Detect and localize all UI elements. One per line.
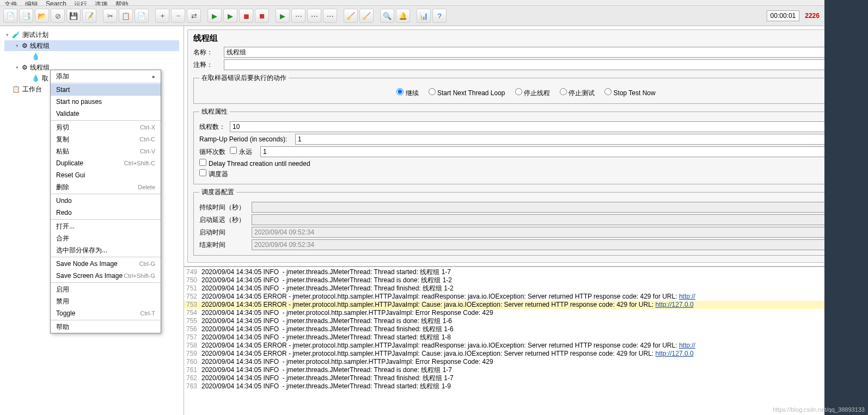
- tree-testplan[interactable]: 测试计划: [22, 30, 48, 40]
- expand-icon[interactable]: ＋: [155, 9, 169, 23]
- gear-icon: ⚙: [22, 42, 28, 49]
- tree-sampler2[interactable]: 取: [42, 74, 48, 83]
- log-link[interactable]: http://: [679, 293, 695, 300]
- ctx-save-node-image[interactable]: Save Node As ImageCtrl-G: [51, 258, 161, 270]
- ctx-reset-gui[interactable]: Reset Gui: [51, 169, 161, 181]
- log-console[interactable]: 7492020/09/04 14:34:05 INFO - jmeter.thr…: [184, 266, 868, 415]
- remote-stop-all-icon[interactable]: ⋯: [323, 9, 337, 23]
- remote-start-icon[interactable]: ▶: [276, 9, 290, 23]
- tree-threadgroup2[interactable]: 线程组: [30, 63, 50, 72]
- copy-icon[interactable]: 📋: [119, 9, 133, 23]
- ctx-enable[interactable]: 启用: [51, 283, 161, 295]
- log-line: 7632020/09/04 14:34:05 INFO - jmeter.thr…: [184, 382, 868, 391]
- threads-input[interactable]: [230, 121, 853, 132]
- open-icon[interactable]: 📂: [35, 9, 49, 23]
- right-dark-panel: [824, 0, 868, 415]
- ctx-merge[interactable]: 合并: [51, 232, 161, 244]
- log-link[interactable]: http://127.0.0: [656, 350, 694, 357]
- menu-item[interactable]: Search: [46, 0, 66, 5]
- ctx-disable[interactable]: 禁用: [51, 295, 161, 307]
- ctx-cut[interactable]: 剪切Ctrl-X: [51, 121, 161, 133]
- ctx-start-no-pauses[interactable]: Start no pauses: [51, 96, 161, 108]
- threads-label: 线程数：: [199, 122, 227, 132]
- close-icon[interactable]: ⊘: [51, 9, 65, 23]
- log-link[interactable]: http://127.0.0: [656, 301, 694, 308]
- radio-stop-test[interactable]: 停止测试: [560, 88, 595, 98]
- ctx-help[interactable]: 帮助: [51, 321, 161, 333]
- ctx-validate[interactable]: Validate: [51, 108, 161, 120]
- save-icon[interactable]: 💾: [66, 9, 81, 23]
- new-icon[interactable]: 📄: [3, 9, 17, 23]
- menu-item[interactable]: 编辑: [25, 0, 38, 5]
- loop-label: 循环次数: [199, 147, 227, 157]
- radio-continue[interactable]: 继续: [396, 88, 418, 98]
- log-line: 7622020/09/04 14:34:05 INFO - jmeter.thr…: [184, 374, 868, 382]
- endtime-input: [252, 239, 853, 250]
- clear-icon[interactable]: 🧹: [344, 9, 358, 23]
- ctx-redo[interactable]: Redo: [51, 207, 161, 219]
- ctx-save-screen-image[interactable]: Save Screen As ImageCtrl+Shift-G: [51, 270, 161, 282]
- help-icon[interactable]: ?: [432, 9, 447, 23]
- collapse-icon[interactable]: －: [171, 9, 185, 23]
- log-line: 7522020/09/04 14:34:05 ERROR - jmeter.pr…: [184, 293, 868, 301]
- menu-item[interactable]: 运行: [74, 0, 87, 5]
- starttime-input: [252, 227, 853, 238]
- saveas-icon[interactable]: 📝: [82, 9, 96, 23]
- start-notimer-icon[interactable]: ▶: [223, 9, 237, 23]
- ctx-open[interactable]: 打开...: [51, 220, 161, 232]
- log-line: 7562020/09/04 14:34:05 INFO - jmeter.thr…: [184, 325, 868, 333]
- scheduler-checkbox[interactable]: 调度器: [199, 169, 228, 179]
- menu-item[interactable]: 帮助: [115, 0, 129, 5]
- ctx-delete[interactable]: 删除Delete: [51, 181, 161, 193]
- log-link[interactable]: http://: [679, 342, 695, 349]
- toggle-icon[interactable]: ⇄: [187, 9, 201, 23]
- stop-icon[interactable]: ◼: [239, 9, 253, 23]
- log-line: 7592020/09/04 14:34:05 ERROR - jmeter.pr…: [184, 350, 868, 358]
- log-line: 7502020/09/04 14:34:05 INFO - jmeter.thr…: [184, 276, 868, 284]
- loop-input[interactable]: [260, 146, 853, 157]
- templates-icon[interactable]: 📑: [19, 9, 33, 23]
- ctx-copy[interactable]: 复制Ctrl-C: [51, 133, 161, 145]
- toolbar: 📄 📑 📂 ⊘ 💾 📝 ✂ 📋 📄 ＋ － ⇄ ▶ ▶ ◼ ⏹ ▶ ⋯ ⋯ ⋯ …: [0, 5, 868, 26]
- duration-input: [252, 202, 853, 213]
- ctx-toggle[interactable]: ToggleCtrl-T: [51, 307, 161, 319]
- tree-workbench[interactable]: 工作台: [22, 85, 42, 94]
- ramp-input[interactable]: [295, 134, 853, 145]
- endtime-label: 结束时间: [199, 240, 248, 250]
- watermark: https://blog.csdn.net/qq_38893133: [773, 406, 865, 413]
- ctx-start[interactable]: Start: [51, 84, 161, 96]
- ctx-paste[interactable]: 粘贴Ctrl-V: [51, 145, 161, 157]
- shutdown-icon[interactable]: ⏹: [255, 9, 269, 23]
- tree-threadgroup[interactable]: 线程组: [30, 41, 50, 51]
- comment-input[interactable]: [224, 59, 859, 70]
- start-icon[interactable]: ▶: [207, 9, 222, 23]
- gear-icon: ⚙: [22, 64, 28, 71]
- search-icon[interactable]: 🔍: [380, 9, 394, 23]
- ctx-add[interactable]: 添加: [51, 70, 161, 82]
- test-tree[interactable]: ▾🧪测试计划 ▾⚙线程组 💧 ▾⚙线程组 💧取 📋工作台 添加 Start St…: [0, 26, 184, 415]
- cut-icon[interactable]: ✂: [103, 9, 117, 23]
- error-count: 2226: [805, 12, 820, 20]
- menu-item[interactable]: 选项: [95, 0, 108, 5]
- dropper-icon: 💧: [32, 53, 40, 60]
- name-input[interactable]: [224, 47, 859, 58]
- forever-checkbox[interactable]: 永远: [230, 147, 257, 157]
- delay-thread-checkbox[interactable]: Delay Thread creation until needed: [199, 159, 310, 168]
- log-line: 7612020/09/04 14:34:05 INFO - jmeter.thr…: [184, 366, 868, 374]
- menubar: 文件 编辑 Search 运行 选项 帮助: [0, 0, 868, 5]
- paste-icon[interactable]: 📄: [135, 9, 149, 23]
- radio-stop-now[interactable]: Stop Test Now: [604, 88, 656, 98]
- ctx-undo[interactable]: Undo: [51, 195, 161, 207]
- function-helper-icon[interactable]: 📊: [417, 9, 431, 23]
- ctx-duplicate[interactable]: DuplicateCtrl+Shift-C: [51, 157, 161, 169]
- log-line: 7572020/09/04 14:34:05 INFO - jmeter.thr…: [184, 333, 868, 342]
- log-line: 7512020/09/04 14:34:05 INFO - jmeter.thr…: [184, 284, 868, 293]
- clear-all-icon[interactable]: 🧹: [359, 9, 374, 23]
- radio-next-loop[interactable]: Start Next Thread Loop: [429, 88, 505, 98]
- remote-stop-icon[interactable]: ⋯: [307, 9, 321, 23]
- menu-item[interactable]: 文件: [4, 0, 17, 5]
- remote-start-all-icon[interactable]: ⋯: [291, 9, 305, 23]
- ctx-save-selection[interactable]: 选中部分保存为...: [51, 244, 161, 256]
- radio-stop-thread[interactable]: 停止线程: [515, 88, 550, 98]
- reset-search-icon[interactable]: 🔔: [396, 9, 410, 23]
